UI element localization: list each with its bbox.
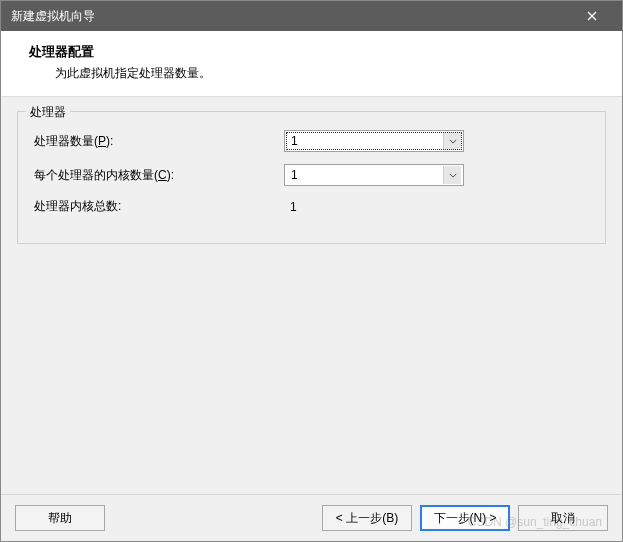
back-button[interactable]: < 上一步(B): [322, 505, 412, 531]
chevron-down-icon: [443, 132, 461, 150]
cores-label: 每个处理器的内核数量(C):: [34, 167, 284, 184]
content-area: 处理器 处理器数量(P): 1 每个处理器的内核数量(C): 1: [1, 97, 622, 494]
row-processor-count: 处理器数量(P): 1: [34, 130, 589, 152]
titlebar: 新建虚拟机向导: [1, 1, 622, 31]
total-cores-label: 处理器内核总数:: [34, 198, 284, 215]
cores-combo[interactable]: 1: [284, 164, 464, 186]
row-cores-per-processor: 每个处理器的内核数量(C): 1: [34, 164, 589, 186]
processor-count-label: 处理器数量(P):: [34, 133, 284, 150]
row-total-cores: 处理器内核总数: 1: [34, 198, 589, 215]
group-label: 处理器: [26, 104, 70, 121]
wizard-header: 处理器配置 为此虚拟机指定处理器数量。: [1, 31, 622, 97]
next-button[interactable]: 下一步(N) >: [420, 505, 510, 531]
page-title: 处理器配置: [29, 43, 602, 61]
cores-value: 1: [291, 168, 298, 182]
cancel-button[interactable]: 取消: [518, 505, 608, 531]
button-bar: 帮助 < 上一步(B) 下一步(N) > 取消: [1, 494, 622, 541]
close-icon: [587, 8, 597, 24]
page-subtitle: 为此虚拟机指定处理器数量。: [55, 65, 602, 82]
close-button[interactable]: [572, 1, 612, 31]
window-title: 新建虚拟机向导: [11, 8, 95, 25]
help-button[interactable]: 帮助: [15, 505, 105, 531]
total-cores-value: 1: [284, 200, 297, 214]
processor-group: 处理器 处理器数量(P): 1 每个处理器的内核数量(C): 1: [17, 111, 606, 244]
chevron-down-icon: [443, 166, 461, 184]
processor-count-combo[interactable]: 1: [284, 130, 464, 152]
processor-count-value: 1: [291, 134, 298, 148]
wizard-window: 新建虚拟机向导 处理器配置 为此虚拟机指定处理器数量。 处理器 处理器数量(P)…: [0, 0, 623, 542]
